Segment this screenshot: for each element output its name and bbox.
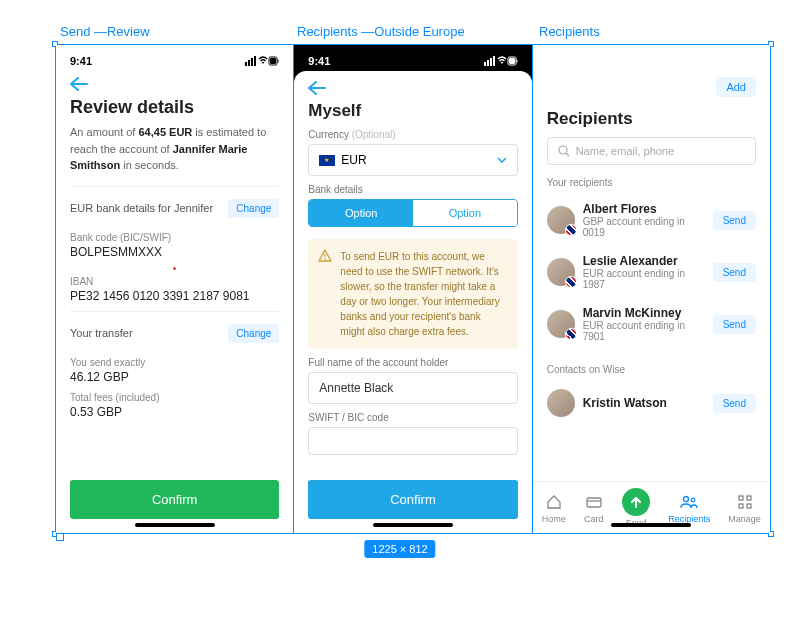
you-send-label: You send exactly [70, 357, 279, 368]
warning-icon [318, 249, 332, 339]
error-indicator-icon [173, 267, 176, 270]
svg-rect-8 [487, 60, 489, 66]
tab-send[interactable]: Send [622, 488, 650, 528]
svg-point-15 [325, 258, 327, 260]
bank-details-label: Bank details [308, 184, 517, 195]
review-summary: An amount of 64,45 EUR is estimated to r… [70, 124, 279, 174]
chevron-down-icon [497, 157, 507, 163]
tab-manage[interactable]: Manage [728, 492, 761, 524]
svg-point-20 [684, 496, 689, 501]
svg-rect-2 [251, 58, 253, 66]
dimensions-badge: 1225 × 812 [364, 540, 435, 558]
svg-rect-3 [254, 56, 256, 66]
send-button[interactable]: Send [713, 394, 756, 413]
avatar [547, 206, 575, 234]
back-button[interactable] [56, 71, 293, 91]
recipient-sub: EUR account ending in 1987 [583, 268, 705, 290]
swift-label: SWIFT / BIC code [308, 412, 517, 423]
recipient-sub: EUR account ending in 7901 [583, 320, 705, 342]
tab-home[interactable]: Home [542, 492, 566, 524]
transfer-title: Your transfer [70, 327, 133, 339]
your-recipients-title: Your recipients [547, 177, 756, 188]
contacts-title: Contacts on Wise [547, 364, 756, 375]
status-time: 9:41 [308, 55, 330, 67]
avatar [547, 310, 575, 338]
change-transfer-button[interactable]: Change [228, 324, 279, 343]
fees-label: Total fees (included) [70, 392, 279, 403]
svg-rect-24 [739, 504, 743, 508]
recipient-sub: GBP account ending in 0019 [583, 216, 705, 238]
tab-recipients[interactable]: Recipients [668, 492, 710, 524]
status-time: 9:41 [70, 55, 92, 67]
svg-rect-13 [516, 60, 517, 63]
svg-rect-12 [509, 58, 515, 64]
back-button[interactable] [294, 75, 531, 95]
svg-rect-18 [587, 498, 601, 507]
recipient-row[interactable]: Leslie Alexander EUR account ending in 1… [547, 246, 756, 298]
segment-option-a[interactable]: Option [309, 200, 413, 226]
recipient-name: Marvin McKinney [583, 306, 705, 320]
send-button[interactable]: Send [713, 315, 756, 334]
bank-details-title: EUR bank details for Jennifer [70, 202, 213, 214]
uk-flag-icon [565, 224, 577, 236]
page-title: Recipients [547, 109, 756, 129]
avatar [547, 389, 575, 417]
home-indicator [135, 523, 215, 527]
screen-recipients-outside-europe: 9:41 Myself Currency (Optional) EUR [294, 45, 532, 533]
svg-line-17 [566, 153, 569, 156]
label-screen3: Recipients [539, 24, 600, 39]
home-indicator [373, 523, 453, 527]
uk-flag-icon [565, 276, 577, 288]
manage-icon [735, 492, 755, 512]
frame-labels: Send —Review Recipients —Outside Europe … [55, 24, 600, 39]
search-input[interactable]: Name, email, phone [547, 137, 756, 165]
svg-rect-0 [245, 62, 247, 66]
tab-card[interactable]: Card [584, 492, 604, 524]
page-title: Myself [308, 101, 517, 121]
status-indicators [484, 56, 518, 66]
svg-rect-10 [493, 56, 495, 66]
change-bank-button[interactable]: Change [228, 199, 279, 218]
iban-value: PE32 1456 0120 3391 2187 9081 [70, 289, 279, 303]
search-icon [558, 145, 570, 157]
selection-frame: 9:41 Review details An amount of 64,45 E… [55, 44, 771, 534]
page-title: Review details [70, 97, 279, 118]
recipient-row[interactable]: Marvin McKinney EUR account ending in 79… [547, 298, 756, 350]
recipient-row[interactable]: Albert Flores GBP account ending in 0019… [547, 194, 756, 246]
send-button[interactable]: Send [713, 263, 756, 282]
svg-point-21 [691, 498, 695, 502]
swift-warning: To send EUR to this account, we need to … [308, 239, 517, 349]
swift-input[interactable] [308, 427, 517, 455]
confirm-button[interactable]: Confirm [308, 480, 517, 519]
full-name-label: Full name of the account holder [308, 357, 517, 368]
card-icon [584, 492, 604, 512]
add-button[interactable]: Add [716, 77, 756, 97]
label-screen2: Recipients —Outside Europe [297, 24, 539, 39]
iban-label: IBAN [70, 276, 279, 287]
contact-name: Kristin Watson [583, 396, 705, 410]
send-button[interactable]: Send [713, 211, 756, 230]
recipient-name: Leslie Alexander [583, 254, 705, 268]
bic-value: BOLPESMMXXX [70, 245, 279, 259]
contact-row[interactable]: Kristin Watson Send [547, 381, 756, 425]
svg-rect-5 [270, 58, 276, 64]
warning-text: To send EUR to this account, we need to … [340, 249, 507, 339]
status-indicators [245, 56, 279, 66]
currency-select[interactable]: EUR [308, 144, 517, 176]
home-indicator [611, 523, 691, 527]
svg-rect-9 [490, 58, 492, 66]
segment-option-b[interactable]: Option [413, 200, 517, 226]
screen-send-review: 9:41 Review details An amount of 64,45 E… [56, 45, 294, 533]
fees-value: 0.53 GBP [70, 405, 279, 419]
screen-recipients: 9:41 Add Recipients Name, email, phone Y… [533, 45, 770, 533]
status-bar: 9:41 [294, 45, 531, 71]
currency-label: Currency (Optional) [308, 129, 517, 140]
full-name-input[interactable]: Annette Black [308, 372, 517, 404]
svg-rect-23 [747, 496, 751, 500]
uk-flag-icon [565, 328, 577, 340]
confirm-button[interactable]: Confirm [70, 480, 279, 519]
svg-point-16 [559, 146, 567, 154]
home-icon [544, 492, 564, 512]
svg-rect-25 [747, 504, 751, 508]
bank-details-segment: Option Option [308, 199, 517, 227]
